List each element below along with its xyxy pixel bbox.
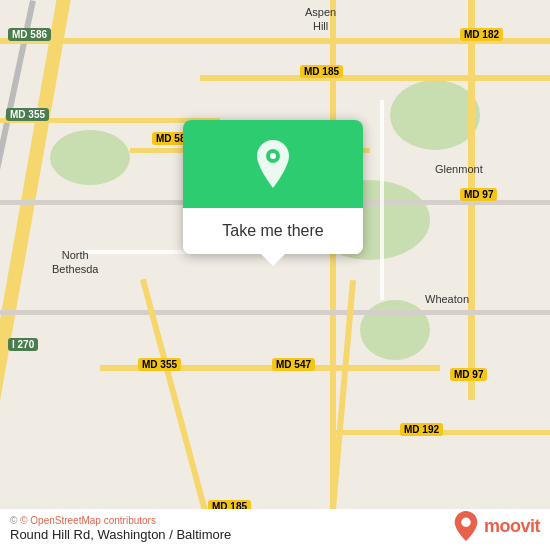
popup-tail	[261, 254, 285, 266]
label-north-bethesda: NorthBethesda	[52, 248, 98, 277]
moovit-pin-icon	[452, 510, 480, 542]
label-wheaton: Wheaton	[425, 292, 469, 306]
osm-link[interactable]: © OpenStreetMap contributors	[20, 515, 156, 526]
badge-i270: I 270	[8, 338, 38, 351]
road-h2	[200, 75, 550, 81]
take-me-there-button[interactable]: Take me there	[183, 208, 363, 254]
popup-green-header	[183, 120, 363, 208]
map-container: MD 586 MD 182 MD 355 MD 586 MD 185 MD 97…	[0, 0, 550, 550]
svg-point-2	[461, 518, 470, 527]
moovit-logo: moovit	[452, 510, 540, 542]
badge-md547: MD 547	[272, 358, 315, 371]
badge-md192: MD 192	[400, 423, 443, 436]
badge-md185: MD 185	[300, 65, 343, 78]
green-area-2	[390, 80, 480, 150]
road-local-1	[380, 100, 384, 300]
badge-md182: MD 182	[460, 28, 503, 41]
label-aspen-hill: AspenHill	[305, 5, 336, 34]
green-area-4	[50, 130, 130, 185]
badge-md97-bot: MD 97	[450, 368, 487, 381]
badge-md355-left: MD 355	[6, 108, 49, 121]
popup-card: Take me there	[183, 120, 363, 254]
green-area-3	[360, 300, 430, 360]
location-pin-icon	[251, 138, 295, 190]
badge-md586-left: MD 586	[8, 28, 51, 41]
moovit-brand-text: moovit	[484, 516, 540, 537]
svg-point-1	[270, 153, 276, 159]
badge-md97: MD 97	[460, 188, 497, 201]
badge-md355-bot: MD 355	[138, 358, 181, 371]
road-gray-h2	[0, 310, 550, 315]
label-glenmont: Glenmont	[435, 162, 483, 176]
